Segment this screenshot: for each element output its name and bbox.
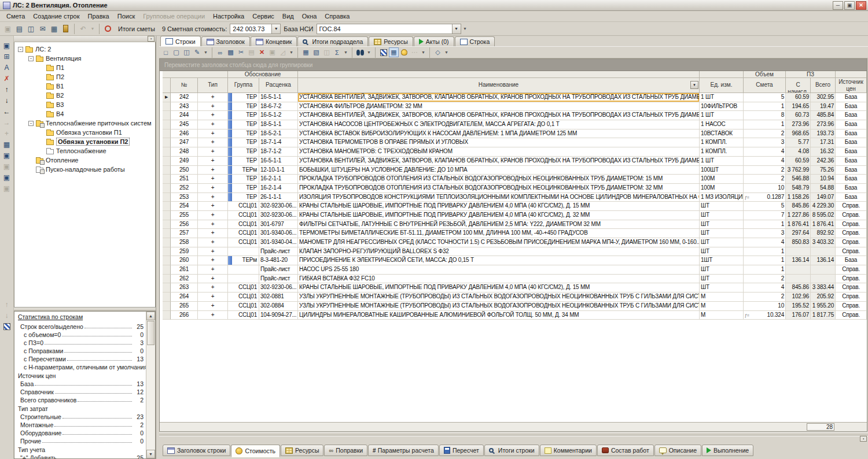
report-icon[interactable]: ▦ — [49, 24, 60, 34]
cell-type[interactable]: + — [198, 311, 228, 320]
cell-name[interactable]: КЛАПАН ЗАПОРНО-РЕГУЛИРУЮЩИЙ BALLOREX S Ф… — [298, 247, 700, 257]
eraser-dropdown-icon[interactable]: ▼ — [443, 47, 450, 57]
cell-total[interactable]: 19.47 — [811, 102, 836, 112]
stats-up-icon[interactable]: ↑ — [2, 299, 12, 309]
move-right-icon[interactable]: → — [2, 117, 12, 127]
column-header-qty[interactable]: Смета — [744, 78, 786, 93]
cell-accrued[interactable]: 1 876.41 — [786, 220, 811, 230]
cell-name[interactable]: ПРОКЛАДКА ТРУБОПРОВОДОВ ОТОПЛЕНИЯ ИЗ СТА… — [298, 184, 700, 193]
cell-accrued[interactable]: 968.65 — [786, 129, 811, 139]
bottom-tab-параметры-расчета[interactable]: #Параметры расчета — [368, 445, 439, 456]
paste-icon[interactable]: ▤ — [247, 47, 256, 57]
tree-item-label[interactable]: В2 — [56, 92, 64, 99]
cell-qty[interactable]: 5 — [744, 202, 786, 211]
grid-view-icon[interactable]: ▦ — [389, 47, 399, 57]
cell-name[interactable]: УСТАНОВКА ВСТАВОК ВИБРОИЗОЛИРУЮЩИХ К НАС… — [298, 129, 700, 139]
cell-group[interactable]: ТЕРм — [228, 166, 259, 175]
cell-code[interactable]: Прайс-лист — [259, 265, 298, 275]
cell-group[interactable]: ТЕР — [228, 129, 259, 139]
cell-group[interactable]: ССЦ01 — [228, 283, 259, 293]
cell-num[interactable]: 249 — [171, 157, 198, 166]
cell-num[interactable]: 262 — [171, 275, 198, 284]
cell-code[interactable]: 16-5-1-1 — [259, 157, 298, 166]
menu-item-2[interactable]: Создание строк — [29, 12, 83, 21]
row-marker-cell[interactable] — [163, 166, 171, 175]
tree-item-label[interactable]: Обвязка установки П1 — [56, 129, 122, 136]
cell-group[interactable]: ССЦ01 — [228, 202, 259, 211]
print-icon[interactable]: ▤ — [14, 24, 25, 34]
cell-code[interactable]: 8-3-481-20 — [259, 256, 298, 265]
cell-num[interactable]: 251 — [171, 175, 198, 184]
row-marker-cell[interactable] — [163, 193, 171, 202]
copy-disabled-icon[interactable]: ▣ — [2, 161, 12, 171]
cell-code[interactable]: 301-9340-04... — [259, 238, 298, 247]
cell-qty[interactable]: 2 — [744, 175, 786, 184]
cell-num[interactable]: 250 — [171, 166, 198, 175]
cell-unit[interactable]: 1 КОМПЛ. — [700, 147, 744, 157]
cell-total[interactable]: 17.31 — [811, 138, 836, 147]
cell-group[interactable]: ТЕР — [228, 111, 259, 120]
cell-group[interactable]: ССЦ01 — [228, 238, 259, 247]
tree-item-label[interactable]: П2 — [56, 73, 64, 80]
cell-num[interactable]: 266 — [171, 311, 198, 320]
tree-item[interactable]: В3 — [14, 100, 155, 109]
cell-unit[interactable]: 1 ШТ — [700, 93, 744, 102]
column-header-num[interactable]: № — [171, 78, 198, 93]
cell-total[interactable]: 273.96 — [811, 120, 836, 129]
bottom-tab-поправки[interactable]: ∞Поправки — [324, 445, 367, 456]
cell-num[interactable]: 254 — [171, 202, 198, 211]
row-marker-cell[interactable] — [163, 247, 171, 257]
cell-num[interactable]: 256 — [171, 220, 198, 230]
tree-item[interactable]: П2 — [14, 72, 155, 82]
name-filter-dropdown-icon[interactable]: ▼ — [690, 81, 698, 89]
cell-type[interactable]: + — [198, 283, 228, 293]
cell-accrued[interactable]: 4.08 — [786, 147, 811, 157]
cell-group[interactable]: ТЕР — [228, 175, 259, 184]
tree-expander-icon[interactable]: - — [28, 56, 34, 61]
cell-qty[interactable]: 1 — [744, 220, 786, 230]
cell-unit[interactable]: ШТ — [700, 229, 744, 238]
cell-group[interactable]: ТЕР — [228, 138, 259, 147]
tab-строка[interactable]: Строка — [455, 36, 495, 46]
merge-icon[interactable]: ◫ — [322, 47, 332, 57]
cell-code[interactable]: 16-2-1-4 — [259, 184, 298, 193]
cell-type[interactable]: + — [198, 229, 228, 238]
cell-num[interactable]: 253 — [171, 193, 198, 202]
cell-num[interactable]: 245 — [171, 120, 198, 129]
tree-item-label[interactable]: Теплоснабжение приточных систем — [46, 120, 152, 127]
cell-group[interactable]: ТЕР — [228, 93, 259, 102]
bottom-tab-заголовок-строки[interactable]: Заголовок строки — [163, 445, 230, 456]
cell-unit[interactable]: 1ШТ — [700, 256, 744, 265]
delete-icon[interactable]: ✕ — [257, 47, 267, 57]
bottom-tab-состав-работ[interactable]: Состав работ — [597, 445, 654, 456]
cell-accrued[interactable]: 273.96 — [786, 120, 811, 129]
mail-icon[interactable]: ✉ — [37, 24, 48, 34]
cell-num[interactable]: 257 — [171, 229, 198, 238]
cell-type[interactable]: + — [198, 302, 228, 311]
cell-group[interactable]: ТЕР — [228, 102, 259, 112]
cell-unit[interactable]: ШТ — [700, 247, 744, 257]
tree-pin-icon[interactable]: ▪ — [148, 36, 155, 42]
cell-code[interactable]: 16-2-1-1 — [259, 175, 298, 184]
tab-заголовок[interactable]: Заголовок — [201, 36, 250, 46]
cell-total[interactable]: 242.36 — [811, 157, 836, 166]
row-marker-cell[interactable] — [163, 175, 171, 184]
row-marker-cell[interactable] — [163, 293, 171, 302]
cell-group[interactable]: ССЦ01 — [228, 211, 259, 220]
cell-total[interactable]: 1 955.20 — [811, 302, 836, 311]
tree-item[interactable]: В2 — [14, 91, 155, 100]
tree-item[interactable]: В4 — [14, 109, 155, 119]
bottom-tab-стоимость[interactable]: Стоимость — [231, 445, 280, 457]
header-justification[interactable]: Обоснование — [228, 71, 298, 78]
cell-num[interactable]: 242 — [171, 93, 198, 102]
cell-source[interactable]: База — [836, 256, 867, 265]
outdent-icon[interactable]: ▧ — [311, 47, 321, 57]
row-marker-cell[interactable] — [163, 238, 171, 247]
cell-num[interactable]: 260 — [171, 256, 198, 265]
cell-type[interactable]: + — [198, 275, 228, 284]
stats-scrollbar[interactable]: ▲ ▼ — [146, 312, 155, 458]
tree-item-label[interactable]: Отопление — [46, 157, 78, 164]
cell-type[interactable]: + — [198, 247, 228, 257]
cell-type[interactable]: + — [198, 93, 228, 102]
cell-source[interactable]: Справ. — [836, 202, 867, 211]
